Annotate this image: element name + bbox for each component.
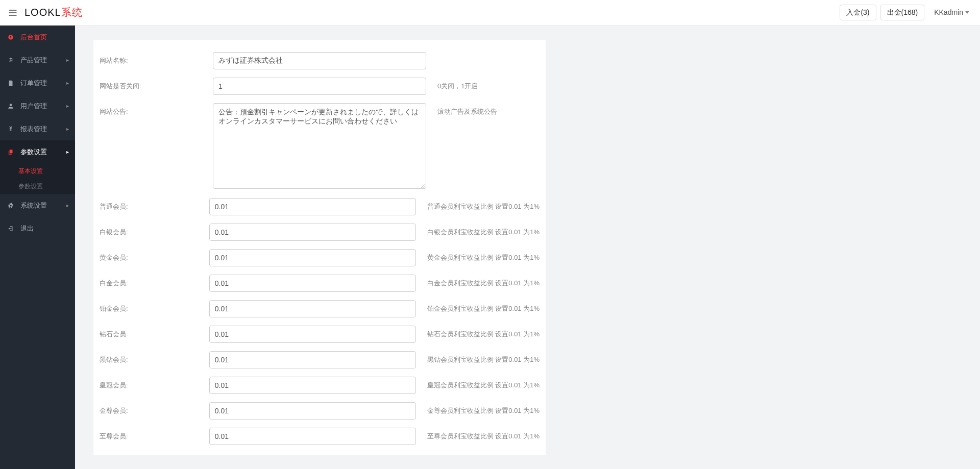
logo-text-red: 系统 [61,7,83,18]
chevron-right-icon: ▸ [66,203,69,208]
nav-report-label: 报表管理 [20,125,47,134]
help-member: 黄金会员利宝收益比例 设置0.01 为1% [427,249,540,262]
menu-toggle-button[interactable] [4,4,21,21]
row-member-0: 普通会员:普通会员利宝收益比例 设置0.01 为1% [100,198,540,215]
label-member: 黄金会员: [100,249,209,262]
row-site-name: 网站名称: [100,52,540,69]
caret-down-icon [965,11,969,14]
chevron-right-icon: ▸ [66,57,69,63]
input-member[interactable] [209,428,416,445]
content-area: 网站名称: 网站是否关闭: 0关闭，1开启 网站公告: 滚动广告及系统公告 普通… [75,26,980,469]
sidebar: 后台首页 产品管理 ▸ 订单管理 ▸ 用户管理 ▸ 报表管理 ▸ [0,26,75,469]
dashboard-icon [6,34,15,41]
nav-user[interactable]: 用户管理 ▸ [0,94,75,117]
settings-panel: 网站名称: 网站是否关闭: 0关闭，1开启 网站公告: 滚动广告及系统公告 普通… [93,40,546,455]
hamburger-icon [8,8,18,18]
label-member: 钻石会员: [100,326,209,339]
subnav-basic-settings[interactable]: 基本设置 [0,163,75,179]
help-member: 皇冠会员利宝收益比例 设置0.01 为1% [427,377,540,390]
nav-dashboard[interactable]: 后台首页 [0,26,75,48]
row-member-7: 皇冠会员:皇冠会员利宝收益比例 设置0.01 为1% [100,377,540,394]
row-member-9: 至尊会员:至尊会员利宝收益比例 设置0.01 为1% [100,428,540,445]
chevron-right-icon: ▸ [66,80,69,86]
help-member: 钻石会员利宝收益比例 设置0.01 为1% [427,326,540,339]
label-member: 铂金会员: [100,300,209,313]
nav-logout[interactable]: 退出 [0,217,75,240]
chevron-right-icon: ▸ [66,149,69,155]
input-member[interactable] [209,402,416,419]
user-icon [6,103,15,110]
row-member-8: 金尊会员:金尊会员利宝收益比例 设置0.01 为1% [100,402,540,419]
order-icon [6,80,15,87]
nav-user-label: 用户管理 [20,102,47,111]
nav-order[interactable]: 订单管理 ▸ [0,71,75,94]
row-member-5: 钻石会员:钻石会员利宝收益比例 设置0.01 为1% [100,326,540,343]
input-site-notice[interactable] [213,103,426,189]
nav-product[interactable]: 产品管理 ▸ [0,48,75,71]
label-site-name: 网站名称: [100,52,213,65]
row-member-6: 黑钻会员:黑钻会员利宝收益比例 设置0.01 为1% [100,351,540,368]
nav-report[interactable]: 报表管理 ▸ [0,117,75,140]
input-member[interactable] [209,249,416,266]
nav-system-label: 系统设置 [20,201,47,210]
input-member[interactable] [209,275,416,292]
nav-system[interactable]: 系统设置 ▸ [0,194,75,217]
row-site-closed: 网站是否关闭: 0关闭，1开启 [100,78,540,95]
help-member: 至尊会员利宝收益比例 设置0.01 为1% [427,428,540,441]
logo-text-black: LOOKL [24,7,61,18]
username-label: KKadmin [934,8,963,16]
help-site-notice: 滚动广告及系统公告 [437,103,497,116]
input-site-closed[interactable] [213,78,426,95]
header-bar: LOOKL系统 入金(3) 出金(168) KKadmin [0,0,980,26]
row-member-3: 白金会员:白金会员利宝收益比例 设置0.01 为1% [100,275,540,292]
help-member: 普通会员利宝收益比例 设置0.01 为1% [427,198,540,211]
nav-param[interactable]: 参数设置 ▸ [0,140,75,163]
help-member: 金尊会员利宝收益比例 设置0.01 为1% [427,402,540,415]
label-member: 黑钻会员: [100,351,209,364]
label-member: 皇冠会员: [100,377,209,390]
gears-icon [6,202,15,209]
input-member[interactable] [209,224,416,241]
input-member[interactable] [209,351,416,368]
help-member: 铂金会员利宝收益比例 设置0.01 为1% [427,300,540,313]
subnav-param-settings[interactable]: 参数设置 [0,179,75,194]
nav-logout-label: 退出 [20,224,34,233]
input-site-name[interactable] [213,52,426,69]
label-site-closed: 网站是否关闭: [100,78,213,91]
yen-icon [6,126,15,133]
row-member-1: 白银会员:白银会员利宝收益比例 设置0.01 为1% [100,224,540,241]
copy-icon [6,149,15,156]
input-member[interactable] [209,300,416,317]
row-member-2: 黄金会员:黄金会员利宝收益比例 设置0.01 为1% [100,249,540,266]
input-member[interactable] [209,326,416,343]
header-right: 入金(3) 出金(168) KKadmin [840,5,975,20]
nav-param-label: 参数设置 [20,147,47,157]
chevron-right-icon: ▸ [66,103,69,109]
user-menu-dropdown[interactable]: KKadmin [928,5,975,20]
row-site-notice: 网站公告: 滚动广告及系统公告 [100,103,540,189]
logout-icon [6,225,15,232]
nav-product-label: 产品管理 [20,56,47,65]
deposit-button[interactable]: 入金(3) [840,5,876,20]
label-site-notice: 网站公告: [100,103,213,116]
nav-order-label: 订单管理 [20,79,47,88]
label-member: 白银会员: [100,224,209,237]
label-member: 金尊会员: [100,402,209,415]
withdraw-button[interactable]: 出金(168) [880,5,925,20]
input-member[interactable] [209,377,416,394]
bitcoin-icon [6,57,15,64]
input-member[interactable] [209,198,416,215]
help-member: 黑钻会员利宝收益比例 设置0.01 为1% [427,351,540,364]
label-member: 至尊会员: [100,428,209,441]
help-site-closed: 0关闭，1开启 [437,78,478,91]
help-member: 白金会员利宝收益比例 设置0.01 为1% [427,275,540,288]
param-submenu: 基本设置 参数设置 [0,163,75,194]
help-member: 白银会员利宝收益比例 设置0.01 为1% [427,224,540,237]
label-member: 白金会员: [100,275,209,288]
label-member: 普通会员: [100,198,209,211]
app-logo: LOOKL系统 [24,6,83,19]
chevron-right-icon: ▸ [66,126,69,132]
nav-dashboard-label: 后台首页 [20,33,47,42]
row-member-4: 铂金会员:铂金会员利宝收益比例 设置0.01 为1% [100,300,540,317]
